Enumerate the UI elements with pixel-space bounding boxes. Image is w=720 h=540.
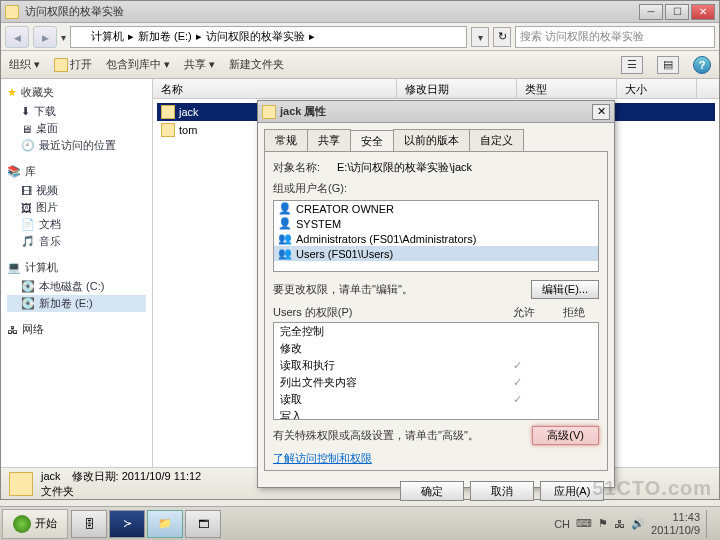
principals-list[interactable]: 👤CREATOR OWNER 👤SYSTEM 👥Administrators (… xyxy=(273,200,599,272)
nav-bar: 计算机 ▸ 新加卷 (E:) ▸ 访问权限的枚举实验 ▸ ↻ 搜索 访问权限的枚… xyxy=(1,23,719,51)
principal-administrators[interactable]: 👥Administrators (FS01\Administrators) xyxy=(274,231,598,246)
organize-menu[interactable]: 组织 ▾ xyxy=(9,57,40,72)
status-date-label: 修改日期: xyxy=(72,470,119,482)
start-button[interactable]: 开始 xyxy=(2,509,68,539)
sidebar-item-desktop[interactable]: 🖥桌面 xyxy=(7,120,146,137)
perm-read[interactable]: 读取 xyxy=(274,391,598,408)
tray-flag-icon[interactable]: ⚑ xyxy=(598,517,608,530)
sidebar-item-videos[interactable]: 🎞视频 xyxy=(7,182,146,199)
minimize-button[interactable]: ─ xyxy=(639,4,663,20)
sidebar-item-drive-c[interactable]: 💽本地磁盘 (C:) xyxy=(7,278,146,295)
document-icon: 📄 xyxy=(21,218,35,231)
tray-volume-icon[interactable]: 🔊 xyxy=(631,517,645,530)
history-dropdown-icon[interactable] xyxy=(61,31,66,43)
dialog-titlebar[interactable]: jack 属性 ✕ xyxy=(258,101,614,123)
ime-options-icon[interactable]: ⌨ xyxy=(576,517,592,530)
principal-system[interactable]: 👤SYSTEM xyxy=(274,216,598,231)
address-bar[interactable]: 计算机 ▸ 新加卷 (E:) ▸ 访问权限的枚举实验 ▸ xyxy=(70,26,467,48)
sidebar-item-music[interactable]: 🎵音乐 xyxy=(7,233,146,250)
perm-full-control[interactable]: 完全控制 xyxy=(274,323,598,340)
status-name: jack xyxy=(41,470,61,482)
group-icon: 👥 xyxy=(278,247,292,260)
col-name[interactable]: 名称 xyxy=(153,79,397,98)
sidebar-item-pictures[interactable]: 🖼图片 xyxy=(7,199,146,216)
taskbar-explorer[interactable]: 📁 xyxy=(147,510,183,538)
tab-security[interactable]: 安全 xyxy=(350,130,394,152)
ok-button[interactable]: 确定 xyxy=(400,481,464,501)
check-icon xyxy=(492,359,542,372)
path-part[interactable]: 计算机 xyxy=(91,29,124,44)
sidebar-item-documents[interactable]: 📄文档 xyxy=(7,216,146,233)
back-button[interactable] xyxy=(5,26,29,48)
refresh-button[interactable]: ↻ xyxy=(493,27,511,47)
tab-previous-versions[interactable]: 以前的版本 xyxy=(393,129,470,151)
drive-icon: 💽 xyxy=(21,297,35,310)
col-type[interactable]: 类型 xyxy=(517,79,617,98)
libraries-header[interactable]: 📚库 xyxy=(7,164,146,179)
object-name-label: 对象名称: xyxy=(273,160,337,175)
permissions-list[interactable]: 完全控制 修改 读取和执行 列出文件夹内容 读取 写入 xyxy=(273,322,599,420)
network-header[interactable]: 🖧网络 xyxy=(7,322,146,337)
recent-icon: 🕘 xyxy=(21,139,35,152)
tab-customize[interactable]: 自定义 xyxy=(469,129,524,151)
learn-acl-link[interactable]: 了解访问控制和权限 xyxy=(273,451,599,466)
sidebar-item-drive-e[interactable]: 💽新加卷 (E:) xyxy=(7,295,146,312)
edit-button[interactable]: 编辑(E)... xyxy=(531,280,599,299)
path-part[interactable]: 访问权限的枚举实验 xyxy=(206,29,305,44)
share-menu[interactable]: 共享 ▾ xyxy=(184,57,215,72)
taskbar-item[interactable]: 🗔 xyxy=(185,510,221,538)
principal-creator-owner[interactable]: 👤CREATOR OWNER xyxy=(274,201,598,216)
taskbar-powershell[interactable]: ≻ xyxy=(109,510,145,538)
folder-icon xyxy=(161,123,175,137)
principal-users[interactable]: 👥Users (FS01\Users) xyxy=(274,246,598,261)
check-icon xyxy=(492,376,542,389)
dialog-close-button[interactable]: ✕ xyxy=(592,104,610,120)
new-folder-button[interactable]: 新建文件夹 xyxy=(229,57,284,72)
status-date: 2011/10/9 11:12 xyxy=(122,470,202,482)
view-options-button[interactable]: ☰ xyxy=(621,56,643,74)
favorites-header[interactable]: ★收藏夹 xyxy=(7,85,146,100)
ime-indicator[interactable]: CH xyxy=(554,518,570,530)
tab-general[interactable]: 常规 xyxy=(264,129,308,151)
preview-pane-button[interactable]: ▤ xyxy=(657,56,679,74)
address-dropdown[interactable] xyxy=(471,27,489,47)
forward-button[interactable] xyxy=(33,26,57,48)
perm-modify[interactable]: 修改 xyxy=(274,340,598,357)
path-part[interactable]: 新加卷 (E:) xyxy=(138,29,192,44)
clock[interactable]: 11:43 2011/10/9 xyxy=(651,511,700,535)
column-headers: 名称 修改日期 类型 大小 xyxy=(153,79,719,99)
perm-list-folder[interactable]: 列出文件夹内容 xyxy=(274,374,598,391)
close-button[interactable]: ✕ xyxy=(691,4,715,20)
command-bar: 组织 ▾ 打开 包含到库中 ▾ 共享 ▾ 新建文件夹 ☰ ▤ ? xyxy=(1,51,719,79)
include-menu[interactable]: 包含到库中 ▾ xyxy=(106,57,170,72)
search-input[interactable]: 搜索 访问权限的枚举实验 xyxy=(515,26,715,48)
network-icon: 🖧 xyxy=(7,324,18,336)
security-tab-body: 对象名称: E:\访问权限的枚举实验\jack 组或用户名(G): 👤CREAT… xyxy=(264,151,608,471)
perm-read-execute[interactable]: 读取和执行 xyxy=(274,357,598,374)
folder-icon xyxy=(262,105,276,119)
desktop-icon: 🖥 xyxy=(21,123,32,135)
edit-hint: 要更改权限，请单击"编辑"。 xyxy=(273,282,531,297)
titlebar[interactable]: 访问权限的枚举实验 ─ ☐ ✕ xyxy=(1,1,719,23)
col-date[interactable]: 修改日期 xyxy=(397,79,517,98)
taskbar-server-manager[interactable]: 🗄 xyxy=(71,510,107,538)
perm-write[interactable]: 写入 xyxy=(274,408,598,420)
maximize-button[interactable]: ☐ xyxy=(665,4,689,20)
open-button[interactable]: 打开 xyxy=(54,57,92,72)
sidebar-item-recent[interactable]: 🕘最近访问的位置 xyxy=(7,137,146,154)
tray-network-icon[interactable]: 🖧 xyxy=(614,518,625,530)
folder-open-icon xyxy=(54,58,68,72)
advanced-button[interactable]: 高级(V) xyxy=(532,426,599,445)
tab-sharing[interactable]: 共享 xyxy=(307,129,351,151)
show-desktop-button[interactable] xyxy=(706,510,714,538)
computer-header[interactable]: 💻计算机 xyxy=(7,260,146,275)
path-sep: ▸ xyxy=(196,30,202,43)
advanced-hint: 有关特殊权限或高级设置，请单击"高级"。 xyxy=(273,428,532,443)
folder-icon xyxy=(75,31,87,43)
sidebar-item-downloads[interactable]: ⬇下载 xyxy=(7,103,146,120)
download-icon: ⬇ xyxy=(21,105,30,118)
apply-button[interactable]: 应用(A) xyxy=(540,481,604,501)
col-size[interactable]: 大小 xyxy=(617,79,697,98)
cancel-button[interactable]: 取消 xyxy=(470,481,534,501)
help-icon[interactable]: ? xyxy=(693,56,711,74)
